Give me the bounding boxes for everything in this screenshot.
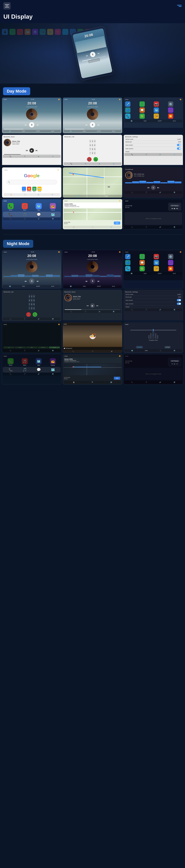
night-app-12[interactable]: ▶️: [168, 266, 173, 271]
next-day-2[interactable]: ⏭: [97, 123, 100, 127]
num-2[interactable]: 2: [91, 140, 93, 143]
night-dock-phone[interactable]: 📞: [8, 368, 12, 372]
app-video[interactable]: ▶️: [168, 114, 173, 119]
end-call-btn[interactable]: 📵: [87, 157, 91, 162]
night-num-star[interactable]: *: [28, 307, 30, 310]
night-num-8[interactable]: 8: [31, 303, 32, 306]
bt-next[interactable]: ⏭: [35, 149, 38, 152]
accept-call-btn[interactable]: 📞: [94, 157, 98, 162]
night-bt-next[interactable]: ⏭: [96, 304, 99, 307]
night-num-0[interactable]: 0: [31, 307, 32, 310]
eq-btn-2[interactable]: BASS: [15, 346, 26, 348]
eq-btn-1[interactable]: EQ: [4, 346, 15, 348]
night-app-11[interactable]: 📻: [154, 266, 159, 271]
night-play-1[interactable]: ⏸: [29, 278, 34, 284]
num-4[interactable]: 4: [89, 144, 91, 147]
night-next-2[interactable]: ⏭: [97, 279, 100, 283]
night-play-2[interactable]: ⏸: [90, 278, 95, 284]
num-hash[interactable]: #: [94, 151, 96, 155]
menu-icon[interactable]: [3, 2, 10, 9]
app-music[interactable]: 🎵: [139, 101, 145, 107]
num-6[interactable]: 6: [94, 144, 96, 147]
night-app-3[interactable]: 📷: [154, 254, 159, 259]
app-settings[interactable]: ⚙️: [168, 101, 173, 107]
num-5[interactable]: 5: [91, 144, 93, 147]
bt-prev[interactable]: ⏮: [26, 149, 28, 152]
carplay-phone[interactable]: 📞 Phone: [4, 203, 17, 211]
night-num-9[interactable]: 9: [33, 303, 35, 306]
night-app-1[interactable]: ✈️: [125, 254, 130, 259]
num-7[interactable]: 7: [89, 148, 91, 151]
social-play[interactable]: ⏸: [151, 185, 156, 190]
night-carplay-podcast[interactable]: 📻 Podcast: [46, 358, 60, 366]
dock-music[interactable]: 🎵: [23, 213, 27, 217]
num-9[interactable]: 9: [94, 148, 96, 151]
night-carplay-maps[interactable]: 🗺️ Maps: [32, 358, 46, 366]
num-0[interactable]: 0: [91, 151, 93, 155]
eq-btn-3[interactable]: MID: [26, 346, 37, 348]
app-social[interactable]: 🟢: [139, 114, 145, 119]
social-next[interactable]: ⏭: [157, 186, 159, 189]
night-carplay-phone[interactable]: 📞 Phone: [4, 358, 17, 366]
num-3[interactable]: 3: [94, 140, 96, 143]
night-num-5[interactable]: 5: [31, 299, 32, 302]
night-app-10[interactable]: 🟢: [139, 266, 145, 271]
night-app-2[interactable]: 🎵: [139, 254, 145, 259]
night-np-prev[interactable]: ⏮: [171, 363, 173, 365]
np-prev[interactable]: ⏮: [171, 207, 173, 210]
auto-answer-toggle[interactable]: [177, 144, 181, 146]
night-auto-connect-toggle[interactable]: [177, 303, 181, 305]
dock-phone[interactable]: 📞: [8, 213, 12, 217]
night-num-6[interactable]: 6: [33, 299, 35, 302]
night-app-8[interactable]: 🎧: [168, 260, 173, 265]
num-8[interactable]: 8: [91, 148, 93, 151]
auto-connect-toggle[interactable]: [177, 148, 181, 150]
carplay-maps[interactable]: 🗺️ Maps: [32, 203, 46, 211]
next-btn[interactable]: ⏭: [97, 51, 101, 55]
np-play[interactable]: ▶: [174, 207, 176, 210]
google-search-bar[interactable]: 🔍: [6, 180, 57, 184]
google-app-3[interactable]: 🗺️: [32, 187, 36, 191]
np-next[interactable]: ⏭: [176, 207, 178, 210]
next-day-1[interactable]: ⏭: [36, 123, 39, 127]
eq-btn-4[interactable]: TREBLE: [37, 346, 49, 348]
app-wechat[interactable]: 💬: [139, 107, 145, 113]
num-star[interactable]: *: [89, 151, 91, 155]
go-button[interactable]: GO: [114, 221, 120, 224]
dock-messages[interactable]: 💬: [36, 213, 41, 217]
bt-play[interactable]: ▶: [29, 148, 34, 153]
night-num-hash[interactable]: #: [33, 307, 35, 310]
night-go-button[interactable]: GO: [114, 377, 120, 380]
night-np-next[interactable]: ⏭: [176, 363, 178, 365]
app-telegram[interactable]: ✈️: [125, 101, 130, 107]
night-num-4[interactable]: 4: [28, 299, 30, 302]
play-btn[interactable]: ⏸: [90, 51, 96, 58]
prev-day-2[interactable]: ⏮: [85, 123, 88, 127]
google-app-4[interactable]: 📧: [37, 187, 42, 191]
night-dock-maps[interactable]: 🗺️: [51, 368, 55, 372]
play-day-1[interactable]: ⏸: [29, 122, 34, 127]
night-prev-2[interactable]: ⏮: [85, 279, 88, 283]
app-bt2[interactable]: 🎧: [168, 107, 173, 113]
night-prev-1[interactable]: ⏮: [24, 279, 28, 283]
night-auto-answer-toggle[interactable]: [177, 299, 181, 301]
night-app-7[interactable]: 🗺️: [154, 260, 159, 265]
night-carplay-music[interactable]: 🎵 Music: [18, 358, 31, 366]
prev-btn[interactable]: ⏮: [85, 54, 89, 58]
app-phone[interactable]: 📞: [125, 114, 130, 119]
night-bt-prev[interactable]: ⏮: [86, 304, 89, 307]
app-bt[interactable]: 🔵: [125, 107, 130, 113]
night-app-9[interactable]: 📞: [125, 266, 130, 271]
night-accept-call[interactable]: 📞: [33, 312, 37, 317]
night-bt-play[interactable]: ▶: [90, 303, 95, 308]
dock-maps[interactable]: 🗺️: [51, 213, 55, 217]
carplay-music[interactable]: 🎵 Music: [18, 203, 31, 211]
app-photo[interactable]: 📷: [154, 101, 159, 107]
night-dock-music[interactable]: 🎵: [23, 368, 27, 372]
prev-day-1[interactable]: ⏮: [24, 123, 28, 127]
social-prev[interactable]: ⏮: [147, 186, 150, 189]
night-app-6[interactable]: 💬: [139, 260, 145, 265]
eq-btn-5[interactable]: FLAT: [49, 346, 60, 348]
play-day-2[interactable]: ⏸: [90, 122, 95, 127]
google-app-1[interactable]: 🌐: [22, 187, 26, 191]
